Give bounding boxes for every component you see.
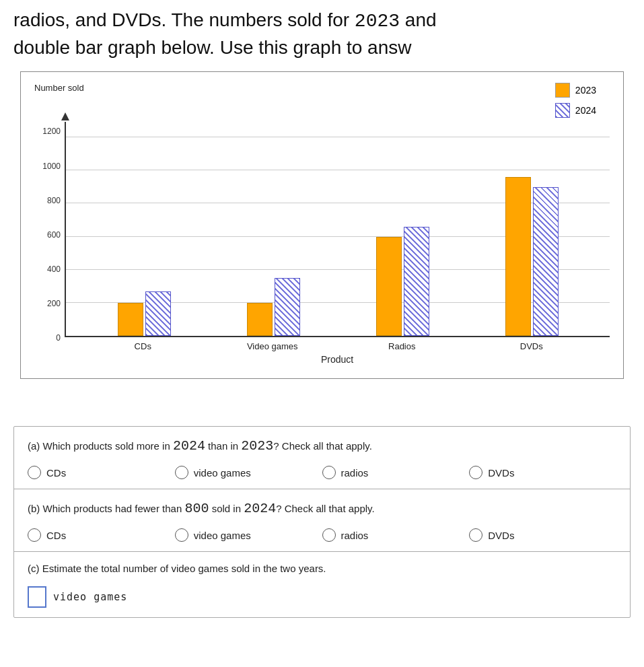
bars-group (66, 122, 610, 336)
question-c-input-box[interactable] (28, 586, 46, 608)
y-axis-arrow (61, 112, 69, 120)
legend-hatched-box (555, 103, 570, 118)
question-c-text: (c) Estimate the total number of video g… (28, 561, 616, 577)
top-text-paragraph: radios, and DVDs. The numbers sold for 2… (0, 0, 644, 65)
bar-dvds-2024 (533, 187, 559, 337)
y-axis-label: Number sold (34, 83, 84, 93)
y-tick-0: 0 (34, 331, 65, 345)
qa-checkbox-dvds[interactable] (469, 466, 482, 479)
chart-legend: 2023 2024 (555, 83, 596, 118)
qb-option-videogames: video games (175, 528, 322, 542)
qb-option-dvds: DVDs (469, 528, 616, 542)
qa-checkbox-videogames[interactable] (175, 466, 188, 479)
qa-label-cds: CDs (46, 467, 66, 479)
top-text-line1: radios, and DVDs. The numbers sold for 2… (13, 9, 437, 30)
y-tick-200: 200 (34, 297, 65, 310)
chart-header: Number sold 2023 2024 (34, 83, 610, 118)
bar-radios-2024 (404, 227, 429, 336)
product-group-radios (376, 227, 429, 336)
bar-radios-2023 (376, 237, 402, 337)
qa-checkbox-cds[interactable] (28, 466, 41, 479)
product-group-dvds (505, 177, 559, 336)
legend-2024: 2024 (555, 103, 596, 118)
y-tick-1000: 1000 (34, 160, 65, 173)
y-tick-400: 400 (34, 262, 65, 276)
bar-vg-2023 (247, 303, 273, 336)
qb-label-radios: radios (341, 530, 369, 541)
qb-checkbox-radios[interactable] (322, 528, 336, 542)
question-b-text: (b) Which products had fewer than 800 so… (28, 499, 616, 519)
qb-option-radios: radios (322, 528, 470, 542)
qb-label-videogames: video games (194, 530, 251, 541)
x-label-cds: CDs (116, 341, 170, 351)
qb-checkbox-videogames[interactable] (175, 528, 188, 542)
qa-label-dvds: DVDs (488, 467, 514, 479)
grid-and-bars (65, 122, 610, 337)
qb-checkbox-cds[interactable] (28, 528, 41, 542)
question-section: (a) Which products sold more in 2024 tha… (13, 426, 631, 618)
qb-checkbox-dvds[interactable] (469, 528, 482, 542)
y-tick-600: 600 (34, 228, 65, 242)
legend-2023-label: 2023 (575, 85, 596, 96)
plot-area: CDs Video games Radios DVDs Product (65, 122, 610, 365)
bar-vg-2024 (275, 278, 300, 336)
qb-option-cds: CDs (28, 528, 175, 542)
qa-label-radios: radios (341, 467, 369, 479)
bar-cds-2024 (145, 291, 171, 336)
product-group-videogames (247, 278, 300, 336)
qa-label-videogames: video games (194, 467, 251, 479)
qa-checkbox-radios[interactable] (322, 466, 336, 479)
question-c-answer-label: video games (53, 591, 127, 603)
legend-orange-box (555, 83, 570, 98)
x-label-dvds: DVDs (505, 341, 558, 351)
product-group-cds (118, 291, 171, 336)
qb-label-cds: CDs (46, 530, 66, 541)
legend-2024-label: 2024 (575, 105, 596, 116)
question-a-text: (a) Which products sold more in 2024 tha… (28, 436, 616, 456)
question-a-options: CDs video games radios DVDs (28, 466, 616, 479)
question-b-options: CDs video games radios DVDs (28, 528, 616, 542)
qa-option-cds: CDs (28, 466, 175, 479)
y-axis: 0 200 400 600 800 1000 1200 (34, 122, 65, 365)
question-c-block: (c) Estimate the total number of video g… (14, 552, 630, 617)
x-label-videogames: Video games (246, 341, 299, 351)
qa-option-videogames: video games (175, 466, 322, 479)
bar-dvds-2023 (505, 177, 531, 336)
bar-cds-2023 (118, 303, 143, 336)
x-label-radios: Radios (375, 341, 429, 351)
y-tick-1200: 1200 (34, 125, 65, 138)
question-a-block: (a) Which products sold more in 2024 tha… (14, 427, 630, 489)
y-tick-800: 800 (34, 194, 65, 207)
legend-2023: 2023 (555, 83, 596, 98)
qa-option-radios: radios (322, 466, 470, 479)
top-text-line2: double bar graph below. Use this graph t… (13, 37, 412, 58)
qa-option-dvds: DVDs (469, 466, 616, 479)
question-c-answer-row: video games (28, 586, 616, 608)
chart-container: Number sold 2023 2024 0 200 400 600 800 … (20, 71, 624, 379)
qb-label-dvds: DVDs (488, 530, 514, 541)
question-b-block: (b) Which products had fewer than 800 so… (14, 489, 630, 552)
x-labels: CDs Video games Radios DVDs (65, 341, 610, 351)
x-axis-label: Product (65, 354, 610, 365)
chart-area: 0 200 400 600 800 1000 1200 (34, 122, 610, 365)
spacer (0, 392, 644, 419)
